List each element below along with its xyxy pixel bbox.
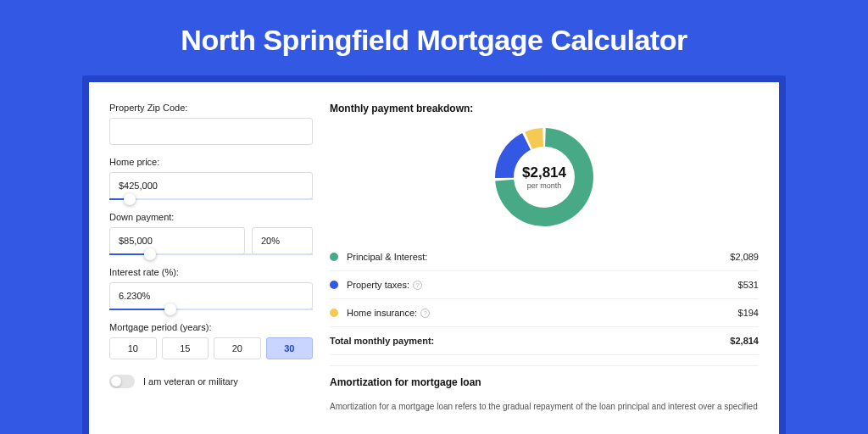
home-price-input[interactable] (109, 172, 313, 199)
period-option-30[interactable]: 30 (266, 337, 314, 359)
breakdown-label-insurance: Home insurance: ? (347, 308, 738, 318)
home-price-slider[interactable] (109, 198, 313, 200)
donut-sub: per month (527, 181, 562, 190)
breakdown-amount-principal: $2,089 (730, 252, 759, 262)
veteran-row: I am veteran or military (109, 375, 313, 388)
period-field: Mortgage period (years): 10 15 20 30 (109, 322, 313, 359)
breakdown-row-principal: Principal & Interest: $2,089 (330, 243, 759, 271)
calculator-panel: Property Zip Code: Home price: Down paym… (89, 82, 779, 434)
zip-label: Property Zip Code: (109, 103, 313, 113)
swatch-principal (330, 253, 338, 261)
breakdown-amount-total: $2,814 (730, 336, 759, 346)
page-title: North Springfield Mortgage Calculator (0, 0, 868, 75)
interest-slider-fill (109, 309, 170, 310)
veteran-toggle[interactable] (109, 375, 135, 388)
amort-body: Amortization for a mortgage loan refers … (330, 400, 759, 413)
down-payment-input[interactable] (109, 227, 245, 254)
veteran-toggle-knob (111, 376, 121, 387)
home-price-slider-thumb[interactable] (124, 193, 136, 205)
zip-field: Property Zip Code: (109, 103, 313, 145)
info-icon[interactable]: ? (420, 309, 430, 318)
donut-value: $2,814 (522, 164, 566, 181)
period-options: 10 15 20 30 (109, 337, 313, 359)
breakdown-amount-taxes: $531 (738, 280, 759, 290)
down-payment-field: Down payment: (109, 212, 313, 255)
interest-slider[interactable] (109, 309, 313, 310)
down-payment-label: Down payment: (109, 212, 313, 222)
calculator-panel-outer: Property Zip Code: Home price: Down paym… (82, 75, 786, 434)
period-label: Mortgage period (years): (109, 322, 313, 332)
zip-input[interactable] (109, 118, 313, 145)
veteran-label: I am veteran or military (143, 376, 238, 387)
donut-chart: $2,814 per month (493, 126, 595, 228)
breakdown-label-taxes: Property taxes: ? (347, 280, 738, 290)
donut-area: $2,814 per month (330, 126, 759, 228)
swatch-taxes (330, 281, 338, 289)
down-payment-slider[interactable] (109, 253, 313, 255)
period-option-10[interactable]: 10 (109, 337, 157, 359)
breakdown-amount-insurance: $194 (738, 308, 759, 318)
breakdown-row-taxes: Property taxes: ? $531 (330, 271, 759, 299)
home-price-label: Home price: (109, 157, 313, 167)
period-option-20[interactable]: 20 (214, 337, 261, 359)
amort-title: Amortization for mortgage loan (330, 376, 759, 388)
info-icon[interactable]: ? (413, 281, 422, 290)
breakdown-label-principal: Principal & Interest: (347, 252, 730, 262)
interest-input[interactable] (109, 282, 313, 309)
down-payment-slider-thumb[interactable] (144, 248, 156, 260)
down-payment-pct-input[interactable] (252, 227, 313, 254)
donut-center: $2,814 per month (493, 126, 595, 228)
interest-label: Interest rate (%): (109, 267, 313, 277)
interest-field: Interest rate (%): (109, 267, 313, 310)
breakdown-row-insurance: Home insurance: ? $194 (330, 299, 759, 327)
form-column: Property Zip Code: Home price: Down paym… (109, 103, 313, 434)
interest-slider-thumb[interactable] (164, 303, 176, 315)
period-option-15[interactable]: 15 (162, 337, 209, 359)
swatch-insurance (330, 309, 338, 317)
breakdown-title: Monthly payment breakdown: (330, 103, 759, 114)
breakdown-label-total: Total monthly payment: (330, 336, 730, 346)
divider (330, 365, 759, 366)
breakdown-column: Monthly payment breakdown: $2,814 per mo… (330, 103, 759, 434)
breakdown-row-total: Total monthly payment: $2,814 (330, 327, 759, 355)
home-price-field: Home price: (109, 157, 313, 200)
